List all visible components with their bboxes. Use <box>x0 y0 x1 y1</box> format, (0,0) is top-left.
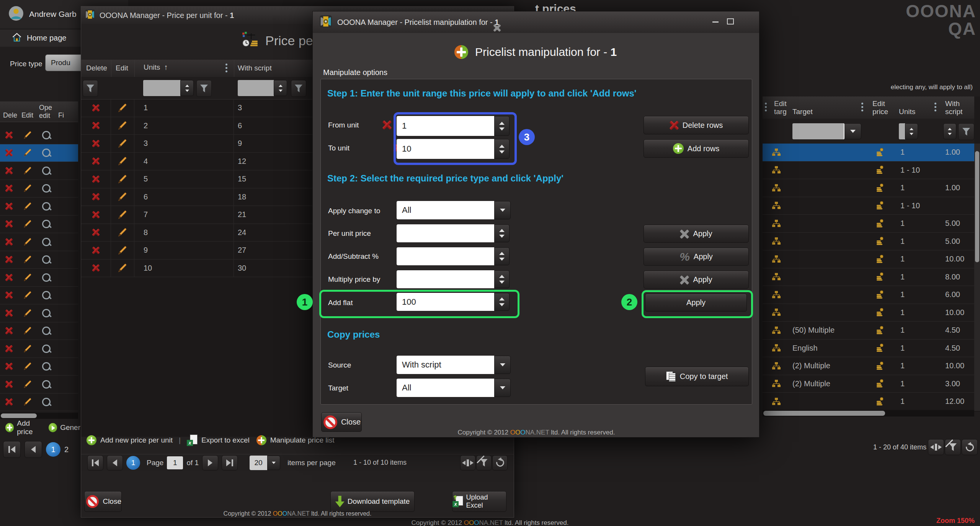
table-row[interactable]: 1 10.00 <box>763 250 974 268</box>
right-horizontal-scrollbar[interactable] <box>763 410 974 417</box>
edit-icon[interactable] <box>111 260 134 277</box>
delete-icon[interactable] <box>5 185 13 192</box>
column-header-edit[interactable]: Edit <box>116 64 128 72</box>
table-row[interactable]: 1 5.00 <box>763 233 974 251</box>
units-filter-input[interactable] <box>143 80 181 96</box>
delete-icon[interactable] <box>92 157 100 165</box>
magnifier-icon[interactable] <box>42 220 51 228</box>
table-row[interactable]: 1 - 10 <box>763 197 974 215</box>
magnifier-icon[interactable] <box>42 327 51 335</box>
prev-page-button[interactable] <box>107 455 123 470</box>
column-header-delete[interactable]: Dele <box>3 111 17 119</box>
edit-icon[interactable] <box>111 135 134 152</box>
next-page-button[interactable] <box>202 455 218 470</box>
delete-icon[interactable] <box>92 247 100 254</box>
edit-icon[interactable] <box>18 202 37 211</box>
refresh-button[interactable] <box>962 439 978 455</box>
edit-icon[interactable] <box>111 224 134 242</box>
copy-to-target-button[interactable]: Copy to target <box>645 367 749 386</box>
edit-price-icon[interactable] <box>867 326 893 335</box>
page-input[interactable]: 1 <box>167 456 183 469</box>
script-filter-spinner[interactable] <box>274 80 287 96</box>
script-filter-spinner[interactable] <box>943 123 956 139</box>
edit-target-icon[interactable] <box>763 361 790 371</box>
delete-icon[interactable] <box>5 291 13 299</box>
edit-target-icon[interactable] <box>763 183 790 193</box>
add-rows-button[interactable]: Add rows <box>644 139 749 158</box>
magnifier-icon[interactable] <box>42 149 51 157</box>
per-unit-price-input[interactable] <box>397 224 494 242</box>
magnifier-icon[interactable] <box>42 167 51 175</box>
edit-price-icon[interactable] <box>867 183 893 193</box>
table-row[interactable] <box>0 144 78 162</box>
edit-price-icon[interactable] <box>867 290 893 299</box>
edit-target-icon[interactable] <box>763 255 790 264</box>
column-header-open-editor[interactable]: Opeedit <box>39 104 52 120</box>
table-row[interactable]: (50) Multiple 1 4.50 <box>763 322 974 340</box>
add-price-button[interactable]: Add price <box>17 419 46 436</box>
script-filter-input[interactable] <box>238 80 274 96</box>
table-row[interactable] <box>0 269 78 287</box>
magnifier-icon[interactable] <box>42 273 51 282</box>
edit-icon[interactable] <box>18 291 37 300</box>
column-header-edit-target[interactable]: Edittarg <box>774 100 787 116</box>
target-select[interactable]: All <box>397 379 494 397</box>
delete-icon[interactable] <box>92 175 100 183</box>
edit-icon[interactable] <box>111 99 134 117</box>
first-page-button[interactable] <box>87 455 103 470</box>
edit-icon[interactable] <box>18 166 37 175</box>
magnifier-icon[interactable] <box>42 398 51 406</box>
edit-icon[interactable] <box>18 131 37 140</box>
delete-icon[interactable] <box>5 149 13 157</box>
table-row[interactable] <box>0 198 78 216</box>
edit-icon[interactable] <box>111 170 134 188</box>
delete-icon[interactable] <box>5 398 13 406</box>
edit-target-icon[interactable] <box>763 397 790 406</box>
delete-icon[interactable] <box>5 220 13 228</box>
edit-icon[interactable] <box>111 206 134 224</box>
edit-icon[interactable] <box>18 255 37 264</box>
delete-icon[interactable] <box>5 167 13 175</box>
delete-icon[interactable] <box>92 193 100 201</box>
edit-price-icon[interactable] <box>867 148 893 157</box>
generate-button[interactable]: Gener <box>60 423 80 432</box>
magnifier-icon[interactable] <box>42 184 51 193</box>
table-row[interactable] <box>0 233 78 251</box>
edit-icon[interactable] <box>18 397 37 407</box>
table-row[interactable]: (2) Multiple 1 3.00 <box>763 375 974 393</box>
table-row[interactable] <box>0 162 78 180</box>
table-row[interactable]: 1 12.00 <box>763 393 974 411</box>
edit-icon[interactable] <box>18 309 37 318</box>
table-row[interactable]: 1 1.00 <box>763 179 974 197</box>
current-page-badge[interactable]: 1 <box>46 442 60 457</box>
edit-price-icon[interactable] <box>867 255 893 264</box>
apply-percent-button[interactable]: % Apply <box>644 248 749 266</box>
edit-target-icon[interactable] <box>763 326 790 335</box>
target-dropdown-button[interactable] <box>494 379 511 397</box>
edit-price-icon[interactable] <box>867 219 893 228</box>
apply-per-unit-button[interactable]: Apply <box>644 225 749 243</box>
magnifier-icon[interactable] <box>42 362 51 371</box>
delete-icon[interactable] <box>5 381 13 388</box>
script-filter-funnel-button[interactable] <box>958 123 974 140</box>
last-page-button[interactable] <box>222 455 238 470</box>
export-to-excel-button[interactable]: Export to excel <box>201 436 250 444</box>
edit-icon[interactable] <box>111 242 134 259</box>
table-row[interactable]: 1 - 10 <box>763 162 974 180</box>
edit-price-icon[interactable] <box>867 361 893 371</box>
target-filter-input[interactable] <box>792 123 844 139</box>
edit-price-icon[interactable] <box>867 397 893 406</box>
upload-excel-button[interactable]: x Upload Excel <box>452 491 506 512</box>
delete-rows-button[interactable]: Delete rows <box>644 116 749 134</box>
maximize-button[interactable] <box>727 18 734 25</box>
units-filter-spinner[interactable] <box>180 80 194 96</box>
column-header-edit[interactable]: Edit <box>21 111 33 119</box>
edit-icon[interactable] <box>18 148 37 157</box>
source-select[interactable]: With script <box>397 356 494 374</box>
close-window-icon[interactable] <box>493 24 501 32</box>
edit-target-icon[interactable] <box>763 379 790 388</box>
edit-price-icon[interactable] <box>867 308 893 317</box>
edit-icon[interactable] <box>18 184 37 193</box>
column-header-units[interactable]: Units <box>144 63 160 72</box>
units-filter-funnel-button[interactable] <box>196 80 212 97</box>
